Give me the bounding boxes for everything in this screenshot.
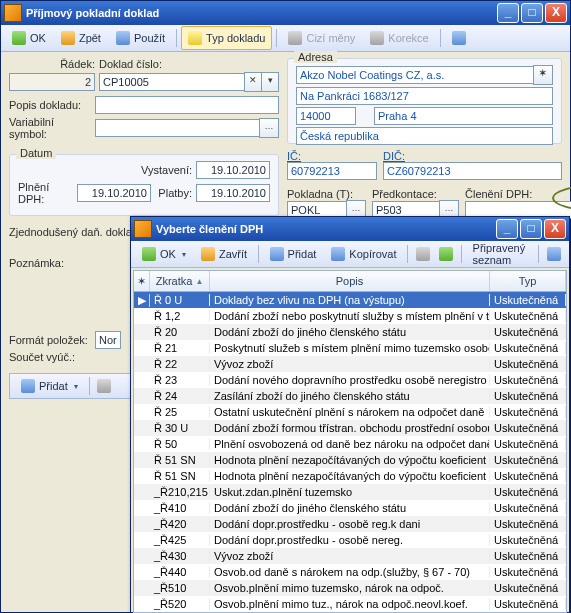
tool-button-1[interactable]	[412, 242, 434, 266]
ic-field[interactable]	[287, 162, 377, 180]
apply-button[interactable]: Použít	[109, 26, 172, 50]
cell-zkratka: _Ř440	[150, 566, 210, 578]
table-row[interactable]: Ř 51 SNHodnota plnění nezapočítávaných d…	[134, 468, 566, 484]
doc-type-button[interactable]: Typ dokladu	[181, 26, 272, 50]
cell-typ: Uskutečněná	[490, 390, 566, 402]
add-button[interactable]: Přidat	[263, 242, 324, 266]
desc-label: Popis dokladu:	[9, 99, 95, 111]
correction-button[interactable]: Korekce	[363, 26, 435, 50]
cell-zkratka: Ř 0 U	[150, 294, 210, 306]
ok-button[interactable]: OK▾	[135, 242, 193, 266]
cell-popis: Osvob.plnění mimo tuzemsko, nárok na odp…	[210, 582, 490, 594]
cell-popis: Hodnota plnění nezapočítávaných do výpoč…	[210, 454, 490, 466]
cell-zkratka: Ř 50	[150, 438, 210, 450]
ic-link[interactable]: IČ:	[287, 150, 301, 162]
table-row[interactable]: Ř 24Zasílání zboží do jiného členského s…	[134, 388, 566, 404]
table-row[interactable]: _Ř420Dodání dopr.prostředku - osobě reg.…	[134, 516, 566, 532]
varsymbol-lookup-button[interactable]: …	[259, 118, 279, 138]
table-row[interactable]: _Ř510Osvob.plnění mimo tuzemsko, nárok n…	[134, 580, 566, 596]
cell-typ: Uskutečněná	[490, 358, 566, 370]
table-row[interactable]: ▶Ř 0 UDoklady bez vlivu na DPH (na výstu…	[134, 292, 566, 308]
doc-number-field[interactable]	[99, 73, 245, 91]
table-row[interactable]: _Ř210,215Uskut.zdan.plnění tuzemskoUskut…	[134, 484, 566, 500]
desc-field[interactable]	[95, 96, 279, 114]
grid-header[interactable]: ✶ Zkratka Popis Typ	[133, 270, 567, 292]
dic-field[interactable]	[383, 162, 562, 180]
table-row[interactable]: _Ř520Osvob.plnění mimo tuz., nárok na od…	[134, 596, 566, 612]
row-label: Řádek:	[9, 58, 99, 70]
sub-titlebar[interactable]: Vyberte členění DPH _ □ X	[131, 217, 569, 241]
tool-button-2[interactable]	[435, 242, 457, 266]
vat-class-label: Členění DPH:	[465, 188, 532, 200]
table-row[interactable]: Ř 21Poskytnutí služeb s místem plnění mi…	[134, 340, 566, 356]
currency-button[interactable]: Cizí měny	[281, 26, 362, 50]
add-item-button[interactable]: Přidat ▾	[14, 374, 85, 398]
address-name-field[interactable]	[296, 66, 534, 84]
table-row[interactable]: Ř 30 UDodání zboží formou třístran. obch…	[134, 420, 566, 436]
grid-body[interactable]: ▶Ř 0 UDoklady bez vlivu na DPH (na výstu…	[133, 292, 567, 613]
doc-number-dropdown-button[interactable]: ▾	[261, 72, 279, 92]
cell-zkratka: _Ř425	[150, 534, 210, 546]
issued-field[interactable]	[196, 161, 270, 179]
copy-button[interactable]: Kopírovat	[324, 242, 403, 266]
doc-number-clear-button[interactable]: ✕	[244, 72, 262, 92]
table-row[interactable]: Ř 51 SNHodnota plnění nezapočítávaných d…	[134, 452, 566, 468]
cell-typ: Uskutečněná	[490, 326, 566, 338]
close-button[interactable]: X	[544, 219, 566, 239]
cell-zkratka: Ř 20	[150, 326, 210, 338]
varsymbol-label: Variabilní symbol:	[9, 116, 95, 140]
help-button[interactable]	[445, 26, 473, 50]
table-row[interactable]: Ř 20Dodání zboží do jiného členského stá…	[134, 324, 566, 340]
table-row[interactable]: Ř 23Dodání nového dopravního prostředku …	[134, 372, 566, 388]
header-marker[interactable]: ✶	[134, 271, 150, 291]
help-icon	[452, 31, 466, 45]
format-field[interactable]	[95, 331, 121, 349]
varsymbol-field[interactable]	[95, 119, 260, 137]
table-row[interactable]: Ř 25Ostatní uskutečnění plnění s nárokem…	[134, 404, 566, 420]
dic-link[interactable]: DIČ:	[383, 150, 405, 162]
address-country-field[interactable]	[296, 127, 553, 145]
cell-zkratka: Ř 30 U	[150, 422, 210, 434]
header-zkratka[interactable]: Zkratka	[150, 271, 210, 291]
table-row[interactable]: _Ř440Osvob.od daně s nárokem na odp.(slu…	[134, 564, 566, 580]
close-button[interactable]: X	[545, 3, 567, 23]
ok-button[interactable]: OK	[5, 26, 53, 50]
sub-title: Vyberte členění DPH	[156, 223, 496, 235]
items-more-button[interactable]	[94, 374, 114, 398]
address-city-field[interactable]	[374, 107, 553, 125]
close-button-tb[interactable]: Zavřít	[194, 242, 254, 266]
table-row[interactable]: _Ř410Dodání zboží do jiného členského st…	[134, 500, 566, 516]
table-row[interactable]: _Ř430Vývoz zbožíUskutečněná	[134, 548, 566, 564]
payment-date-label: Platby:	[151, 187, 196, 199]
maximize-button[interactable]: □	[520, 219, 542, 239]
cell-popis: Osvob.plnění mimo tuz., nárok na odpoč.n…	[210, 598, 490, 610]
table-row[interactable]: Ř 50Plnění osvobozená od daně bez nároku…	[134, 436, 566, 452]
cell-popis: Dodání nového dopravního prostředku osob…	[210, 374, 490, 386]
header-popis[interactable]: Popis	[210, 271, 490, 291]
table-row[interactable]: _Ř425Dodání dopr.prostředku - osobě nere…	[134, 532, 566, 548]
minimize-button[interactable]: _	[497, 3, 519, 23]
address-zip-field[interactable]	[296, 107, 356, 125]
cell-typ: Uskutečněná	[490, 550, 566, 562]
address-lookup-button[interactable]: ✶	[533, 65, 553, 85]
plus-icon	[21, 379, 35, 393]
minimize-button[interactable]: _	[496, 219, 518, 239]
cell-typ: Uskutečněná	[490, 534, 566, 546]
back-button[interactable]: Zpět	[54, 26, 108, 50]
vat-date-field[interactable]	[77, 184, 151, 202]
address-street-field[interactable]	[296, 87, 553, 105]
table-row[interactable]: Ř 22Vývoz zbožíUskutečněná	[134, 356, 566, 372]
payment-date-field[interactable]	[196, 184, 270, 202]
maximize-button[interactable]: □	[521, 3, 543, 23]
check-icon	[12, 31, 26, 45]
issued-label: Vystavení:	[122, 164, 196, 176]
help-button[interactable]	[543, 242, 565, 266]
main-titlebar[interactable]: Příjmový pokladní doklad _ □ X	[1, 1, 570, 25]
table-row[interactable]: Ř 1,2Dodání zboží nebo poskytnutí služby…	[134, 308, 566, 324]
cell-popis: Dodání zboží do jiného členského státu	[210, 326, 490, 338]
cell-zkratka: Ř 24	[150, 390, 210, 402]
prepared-list-button[interactable]: Připravený seznam	[466, 242, 535, 266]
header-typ[interactable]: Typ	[490, 271, 566, 291]
cell-typ: Uskutečněná	[490, 294, 566, 306]
address-legend: Adresa	[294, 51, 337, 63]
